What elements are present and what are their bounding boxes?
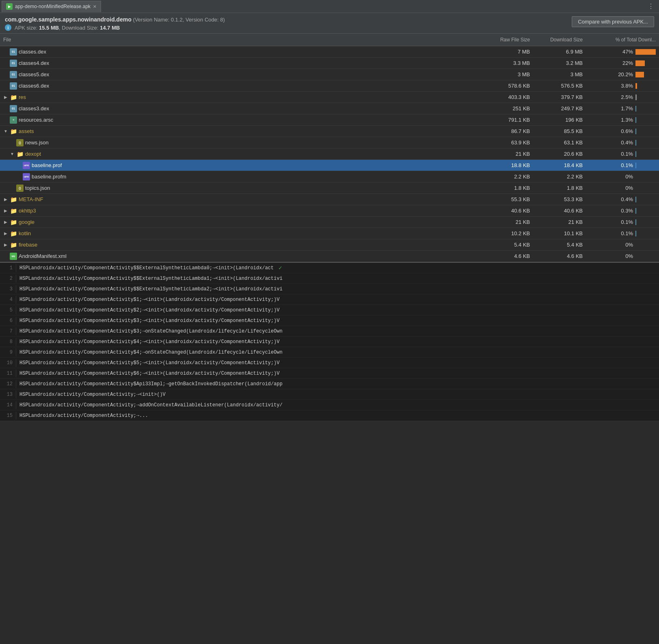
pct-cell: 0.6% bbox=[586, 127, 659, 135]
table-row[interactable]: {}topics.json1.8 KB1.8 KB0% bbox=[0, 182, 659, 194]
code-line[interactable]: 15HSPLandroidx/activity/ComponentActivit… bbox=[0, 410, 659, 421]
expand-arrow bbox=[16, 163, 21, 168]
table-row[interactable]: {}news.json63.9 KB63.1 KB0.4% bbox=[0, 137, 659, 148]
dl-size-cell: 20.6 KB bbox=[533, 150, 586, 158]
expand-arrow[interactable]: ▶ bbox=[3, 197, 8, 202]
tab-apk-label: app-demo-nonMinifiedRelease.apk bbox=[15, 4, 90, 9]
file-icon: 01 bbox=[10, 71, 17, 78]
raw-size-cell: 2.2 KB bbox=[480, 172, 533, 181]
pct-cell: 0% bbox=[586, 240, 659, 249]
col-raw-size: Raw File Size bbox=[480, 35, 533, 44]
raw-size-cell: 40.6 KB bbox=[480, 206, 533, 215]
expand-arrow[interactable]: ▼ bbox=[10, 152, 15, 157]
line-number: 10 bbox=[0, 359, 16, 367]
table-row[interactable]: HPRbaseline.profm2.2 KB2.2 KB0% bbox=[0, 171, 659, 182]
code-content: HSPLandroidx/activity/ComponentActivity$… bbox=[16, 264, 277, 272]
table-row[interactable]: 01classes5.dex3 MB3 MB20.2% bbox=[0, 69, 659, 80]
pct-cell: 22% bbox=[586, 59, 659, 67]
code-line[interactable]: 4HSPLandroidx/activity/ComponentActivity… bbox=[0, 294, 659, 305]
code-line[interactable]: 10HSPLandroidx/activity/ComponentActivit… bbox=[0, 358, 659, 368]
table-row[interactable]: ▶📁firebase5.4 KB5.4 KB0% bbox=[0, 239, 659, 251]
raw-size-cell: 63.9 KB bbox=[480, 138, 533, 147]
pct-text: 0.6% bbox=[616, 128, 633, 134]
tab-close-button[interactable]: ✕ bbox=[93, 4, 97, 9]
expand-arrow[interactable]: ▶ bbox=[3, 231, 8, 236]
code-content: HSPLandroidx/activity/ComponentActivity$… bbox=[16, 285, 286, 293]
pct-text: 47% bbox=[616, 49, 633, 55]
file-icon: 01 bbox=[10, 48, 17, 56]
percentage-bar bbox=[635, 231, 636, 236]
code-line[interactable]: 11HSPLandroidx/activity/ComponentActivit… bbox=[0, 368, 659, 379]
code-line[interactable]: 3HSPLandroidx/activity/ComponentActivity… bbox=[0, 284, 659, 294]
dl-size-cell: 3.2 MB bbox=[533, 59, 586, 67]
code-line[interactable]: 13HSPLandroidx/activity/ComponentActivit… bbox=[0, 389, 659, 400]
tab-apk[interactable]: ▶ app-demo-nonMinifiedRelease.apk ✕ bbox=[2, 1, 101, 12]
code-line[interactable]: 12HSPLandroidx/activity/ComponentActivit… bbox=[0, 379, 659, 389]
compare-button[interactable]: Compare with previous APK... bbox=[572, 16, 654, 27]
file-icon: 01 bbox=[10, 82, 17, 90]
table-row[interactable]: 01classes.dex7 MB6.9 MB47% bbox=[0, 46, 659, 58]
file-icon: 📁 bbox=[10, 241, 17, 249]
code-line[interactable]: 2HSPLandroidx/activity/ComponentActivity… bbox=[0, 273, 659, 284]
file-name: topics.json bbox=[25, 185, 50, 191]
pct-text: 3.8% bbox=[616, 83, 633, 89]
table-row[interactable]: ▼📁dexopt21 KB20.6 KB0.1% bbox=[0, 148, 659, 160]
app-meta: (Version Name: 0.1.2, Version Code: 8) bbox=[133, 17, 225, 23]
table-row[interactable]: 01classes4.dex3.3 MB3.2 MB22% bbox=[0, 58, 659, 69]
dl-size-cell: 85.5 KB bbox=[533, 127, 586, 135]
expand-arrow bbox=[3, 49, 8, 54]
table-row[interactable]: ▼📁assets86.7 KB85.5 KB0.6% bbox=[0, 126, 659, 137]
table-row[interactable]: ≡resources.arsc791.1 KB196 KB1.3% bbox=[0, 114, 659, 126]
file-icon: {} bbox=[16, 185, 24, 192]
apk-info: i APK size: 15.5 MB, Download Size: 14.7… bbox=[5, 24, 225, 31]
table-row[interactable]: 01classes6.dex578.6 KB576.5 KB3.8% bbox=[0, 80, 659, 92]
line-number: 5 bbox=[0, 306, 16, 314]
file-name: okhttp3 bbox=[19, 208, 36, 214]
code-line[interactable]: 5HSPLandroidx/activity/ComponentActivity… bbox=[0, 305, 659, 316]
table-row[interactable]: 01classes3.dex251 KB249.7 KB1.7% bbox=[0, 103, 659, 114]
file-icon: 01 bbox=[10, 105, 17, 112]
code-content: HSPLandroidx/activity/ComponentActivity$… bbox=[16, 359, 283, 367]
expand-arrow bbox=[3, 106, 8, 111]
table-row[interactable]: ▶📁okhttp340.6 KB40.6 KB0.3% bbox=[0, 205, 659, 217]
raw-size-cell: 578.6 KB bbox=[480, 82, 533, 90]
table-row[interactable]: HPRbaseline.prof18.8 KB18.4 KB0.1% bbox=[0, 160, 659, 171]
expand-arrow bbox=[3, 84, 8, 88]
dl-size-cell: 21 KB bbox=[533, 218, 586, 226]
expand-arrow bbox=[3, 254, 8, 259]
expand-arrow[interactable]: ▶ bbox=[3, 220, 8, 225]
table-row[interactable]: MEAndroidManifest.xml4.6 KB4.6 KB0% bbox=[0, 251, 659, 262]
bar-wrapper bbox=[635, 72, 656, 77]
expand-arrow[interactable]: ▼ bbox=[3, 129, 8, 134]
pct-cell: 0.1% bbox=[586, 218, 659, 226]
expand-arrow[interactable]: ▶ bbox=[3, 208, 8, 213]
code-content: HSPLandroidx/activity/ComponentActivity$… bbox=[16, 338, 283, 346]
table-row[interactable]: ▶📁res403.3 KB379.7 KB2.5% bbox=[0, 92, 659, 103]
code-line[interactable]: 14HSPLandroidx/activity/ComponentActivit… bbox=[0, 400, 659, 410]
code-line[interactable]: 9HSPLandroidx/activity/ComponentActivity… bbox=[0, 347, 659, 358]
tab-menu-button[interactable]: ⋮ bbox=[644, 2, 657, 10]
line-number: 12 bbox=[0, 380, 16, 388]
line-number: 3 bbox=[0, 285, 16, 293]
pct-text: 0.4% bbox=[616, 140, 633, 146]
bar-wrapper bbox=[635, 60, 656, 66]
expand-arrow bbox=[10, 186, 15, 191]
table-row[interactable]: ▶📁META-INF55.3 KB53.3 KB0.4% bbox=[0, 194, 659, 205]
code-line[interactable]: 7HSPLandroidx/activity/ComponentActivity… bbox=[0, 326, 659, 337]
expand-arrow[interactable]: ▶ bbox=[3, 243, 8, 247]
file-name: classes4.dex bbox=[19, 60, 49, 66]
bar-wrapper bbox=[635, 49, 656, 55]
code-line[interactable]: 8HSPLandroidx/activity/ComponentActivity… bbox=[0, 337, 659, 347]
code-line[interactable]: 6HSPLandroidx/activity/ComponentActivity… bbox=[0, 316, 659, 326]
table-row[interactable]: ▶📁google21 KB21 KB0.1% bbox=[0, 217, 659, 228]
bar-wrapper bbox=[635, 117, 656, 123]
pct-text: 0.1% bbox=[616, 230, 633, 236]
table-row[interactable]: ▶📁kotlin10.2 KB10.1 KB0.1% bbox=[0, 228, 659, 239]
percentage-bar bbox=[635, 129, 636, 134]
expand-arrow[interactable]: ▶ bbox=[3, 95, 8, 100]
file-icon: 📁 bbox=[10, 128, 17, 135]
code-line[interactable]: 1HSPLandroidx/activity/ComponentActivity… bbox=[0, 263, 659, 273]
pct-text: 0% bbox=[616, 253, 633, 259]
file-icon: 📁 bbox=[10, 196, 17, 203]
dl-size-cell: 196 KB bbox=[533, 116, 586, 124]
